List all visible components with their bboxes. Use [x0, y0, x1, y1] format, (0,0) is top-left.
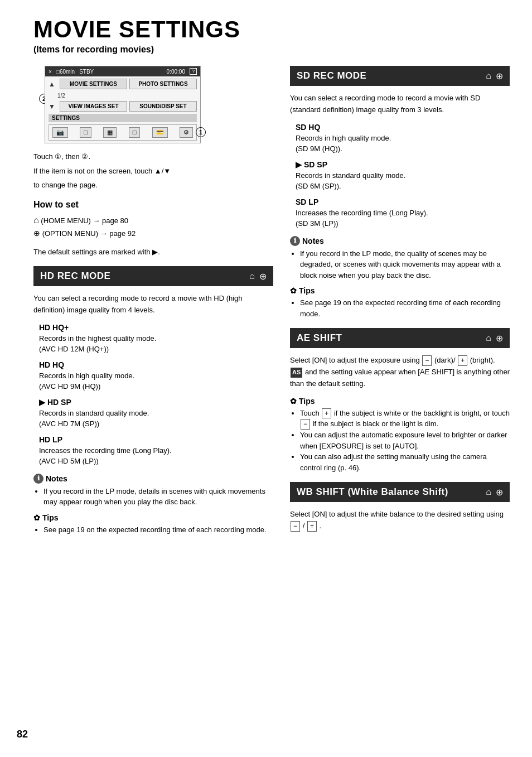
- ae-tip-item-1: Touch + if the subject is white or the b…: [300, 408, 510, 430]
- wb-plus-btn: +: [307, 521, 317, 532]
- page-number: 82: [17, 729, 28, 740]
- hd-sp-detail: (AVC HD 7M (SP)): [39, 418, 273, 430]
- hd-notes-title: ℹ Notes: [33, 474, 273, 484]
- ae-tips-label: Tips: [299, 397, 315, 406]
- option-menu-ref: ⊕ (OPTION MENU) → page 92: [33, 227, 273, 240]
- sd-home-icon: ⌂: [486, 71, 491, 81]
- hd-rec-mode-title: HD REC MODE: [40, 271, 110, 282]
- icon-card: 💳: [152, 127, 168, 138]
- hd-hq-plus-item: HD HQ+ Records in the highest quality mo…: [33, 323, 273, 355]
- home-menu-text: (HOME MENU) → page 80: [41, 216, 128, 225]
- hd-hq-item: HD HQ Records in high quality mode. (AVC…: [33, 360, 273, 392]
- sd-notes-box: ℹ Notes If you record in the LP mode, th…: [290, 236, 510, 281]
- battery-indicator: □60min: [56, 69, 75, 75]
- ae-tips-icon: ✿: [290, 397, 297, 406]
- view-images-btn[interactable]: VIEW IMAGES SET: [60, 101, 127, 112]
- page-indicator: 1/2: [57, 93, 65, 99]
- hd-hq-plus-detail: (AVC HD 12M (HQ+)): [39, 344, 273, 355]
- option-icon: ⊕: [33, 229, 40, 238]
- sd-lp-detail: (SD 3M (LP)): [296, 218, 510, 229]
- icon-camera: 📷: [52, 127, 68, 138]
- sd-notes-label: Notes: [302, 237, 324, 245]
- page-title: MOVIE SETTINGS: [33, 17, 510, 42]
- wb-period: .: [320, 522, 322, 530]
- sd-hq-detail: (SD 9M (HQ)).: [296, 143, 510, 155]
- icon-box2: □: [129, 127, 141, 138]
- sd-sp-name: SD SP: [296, 160, 510, 169]
- sd-notes-list: If you record in the LP mode, the qualit…: [290, 248, 510, 281]
- hd-lp-detail: (AVC HD 5M (LP)): [39, 456, 273, 467]
- sd-lp-item: SD LP Increases the recording time (Long…: [290, 197, 510, 229]
- scroll-up-arrow: ▲: [49, 80, 57, 88]
- sd-lp-name: SD LP: [296, 197, 510, 206]
- sd-sp-item: SD SP Records in standard quality mode. …: [290, 160, 510, 192]
- ae-home-icon: ⌂: [486, 333, 491, 343]
- wb-shift-icons: ⌂: [486, 487, 503, 498]
- wb-shift-header: WB SHIFT (White Balance Shift) ⌂: [290, 482, 510, 502]
- hd-option-icon: [259, 271, 267, 282]
- touch-instruction-line1: Touch ①, then ②.: [33, 151, 273, 162]
- movie-settings-btn[interactable]: MOVIE SETTINGS: [60, 79, 127, 89]
- icon-box1: □: [80, 127, 91, 138]
- device-ui-mockup: × □60min STBY 0:00:00 ? ▲ MOVIE SETTINGS…: [45, 66, 201, 143]
- sd-hq-item: SD HQ Records in high quality mode. (SD …: [290, 123, 510, 155]
- how-to-set-heading: How to set: [33, 200, 273, 210]
- ae-plus-btn: +: [322, 408, 331, 419]
- ae-tip-item-3: You can also adjust the setting manually…: [300, 451, 510, 473]
- tips-icon: ✿: [33, 513, 40, 522]
- hd-note-item-1: If you record in the LP mode, details in…: [43, 486, 273, 508]
- time-display: 0:00:00: [167, 69, 185, 75]
- page-subtitle: (Items for recording movies): [33, 45, 510, 55]
- photo-settings-btn[interactable]: PHOTO SETTINGS: [129, 79, 197, 89]
- circle-1-label: 1: [196, 127, 206, 137]
- settings-icons-row: 📷 □ ▦ □ 💳 ⚙: [49, 124, 197, 141]
- hd-sp-desc: Records in standard quality mode.: [39, 408, 273, 419]
- default-note: The default settings are marked with ▶.: [33, 248, 273, 256]
- wb-shift-section: WB SHIFT (White Balance Shift) ⌂ Select …: [290, 482, 510, 532]
- icon-grid: ▦: [103, 127, 117, 138]
- hd-tip-item-1: See page 19 on the expected recording ti…: [43, 524, 273, 536]
- sd-sp-desc: Records in standard quality mode.: [296, 170, 510, 181]
- wb-minus-btn: −: [291, 521, 300, 532]
- settings-label: SETTINGS: [49, 114, 197, 122]
- hd-lp-desc: Increases the recording time (Long Play)…: [39, 445, 273, 456]
- hd-rec-mode-desc: You can select a recording mode to recor…: [33, 293, 273, 316]
- dark-button: −: [422, 355, 432, 366]
- icon-settings: ⚙: [180, 127, 193, 138]
- hd-hq-detail: (AVC HD 9M (HQ)): [39, 381, 273, 392]
- ae-tips-title: ✿ Tips: [290, 397, 510, 406]
- ae-tips-list: Touch + if the subject is white or the b…: [290, 408, 510, 474]
- sd-lp-desc: Increases the recording time (Long Play)…: [296, 208, 510, 219]
- ae-shift-title: AE SHIFT: [297, 332, 342, 344]
- sd-note-item-1: If you record in the LP mode, the qualit…: [300, 248, 510, 281]
- ae-shift-desc: Select [ON] to adjust the exposure using…: [290, 355, 510, 389]
- hd-lp-item: HD LP Increases the recording time (Long…: [33, 435, 273, 467]
- hd-sp-item: HD SP Records in standard quality mode. …: [33, 398, 273, 430]
- touch-instruction-line2: If the item is not on the screen, touch …: [33, 166, 273, 177]
- home-icon: ⌂: [33, 215, 39, 225]
- ae-desc-after: and the setting value appear when [AE SH…: [290, 368, 510, 388]
- sound-disp-btn[interactable]: SOUND/DISP SET: [129, 101, 197, 112]
- hd-home-icon: ⌂: [249, 271, 255, 281]
- help-button: ?: [190, 68, 197, 75]
- sd-tip-item-1: See page 19 on the expected recording ti…: [300, 297, 510, 319]
- wb-shift-title: WB SHIFT (White Balance Shift): [297, 486, 448, 498]
- notes-label: Notes: [46, 474, 67, 483]
- sd-option-icon: [496, 71, 503, 81]
- hd-hq-plus-name: HD HQ+: [39, 323, 273, 332]
- sd-tips-title: ✿ Tips: [290, 286, 510, 295]
- ae-tip-1-text: if the subject is white or the backlight…: [334, 409, 510, 417]
- hd-rec-mode-section: HD REC MODE ⌂ You can select a recording…: [33, 266, 273, 535]
- dark-label: (dark)/: [434, 356, 456, 364]
- ae-shift-header: AE SHIFT ⌂: [290, 328, 510, 348]
- ae-shift-icons: ⌂: [486, 333, 503, 344]
- sd-rec-mode-header: SD REC MODE ⌂: [290, 66, 510, 86]
- stby-indicator: STBY: [79, 69, 94, 75]
- sd-rec-mode-desc: You can select a recording mode to recor…: [290, 93, 510, 116]
- sd-tips-icon: ✿: [290, 286, 297, 295]
- wb-option-icon: [496, 487, 503, 498]
- ae-tip-item-2: You can adjust the automatic exposure le…: [300, 430, 510, 451]
- ae-tips-box: ✿ Tips Touch + if the subject is white o…: [290, 397, 510, 474]
- sd-rec-mode-title: SD REC MODE: [297, 70, 366, 81]
- ae-tip-1-suffix: if the subject is black or the light is …: [313, 420, 438, 428]
